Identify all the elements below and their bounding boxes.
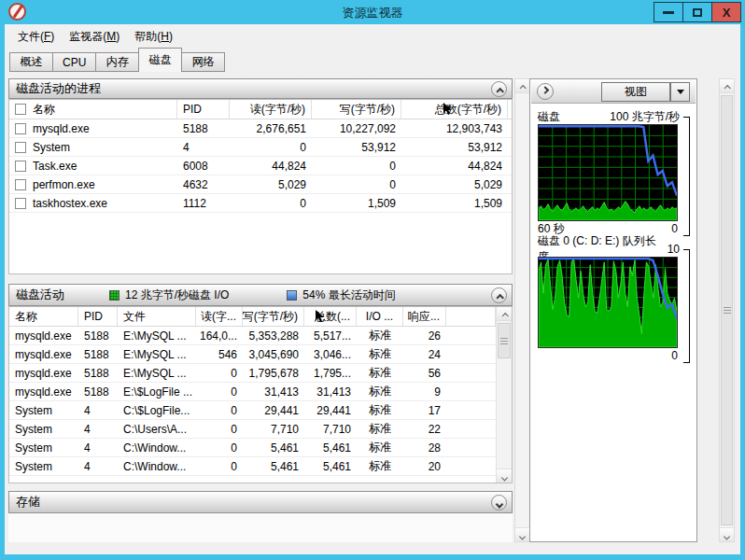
column-header-write[interactable]: 写(字节/秒): [312, 100, 401, 119]
chart-plot-area: [538, 124, 678, 221]
activity-file: C:\$LogFile...: [118, 401, 196, 419]
table-row[interactable]: mysqld.exe 5188 E:\MySQL ... 546 3,045,6…: [9, 345, 496, 364]
collapse-button[interactable]: [491, 81, 507, 97]
chevron-down-icon: [500, 474, 507, 481]
section-header-disk-processes[interactable]: 磁盘活动的进程: [8, 78, 513, 99]
column-header-name[interactable]: 名称: [9, 307, 78, 326]
column-header-io-priority[interactable]: I/O ...: [357, 307, 403, 326]
minimize-button[interactable]: [654, 2, 683, 22]
table-row[interactable]: perfmon.exe 4632 5,029 0 5,029: [9, 175, 512, 194]
column-header-write[interactable]: 写(字节/秒): [243, 307, 304, 326]
window-title: 资源监视器: [0, 5, 745, 21]
disk-activity-table: 名称 PID 文件 读(字... 写(字节/秒) 总数(... I/O ... …: [8, 306, 513, 483]
activity-response-time: 20: [403, 457, 446, 475]
activity-total: 5,461: [304, 439, 357, 456]
row-checkbox[interactable]: [15, 142, 26, 153]
activity-file: E:\$LogFile ...: [118, 383, 196, 400]
column-header-total[interactable]: 总数(字节/秒): [401, 100, 508, 119]
column-header-response[interactable]: 响应...: [403, 307, 446, 326]
tab-memory[interactable]: 内存: [95, 52, 139, 72]
scrollbar-thumb[interactable]: [498, 323, 511, 358]
tab-overview[interactable]: 概述: [9, 52, 53, 72]
close-button[interactable]: X: [711, 2, 741, 22]
table-row[interactable]: System 4 0 53,912 53,912: [9, 138, 512, 157]
section-title: 磁盘活动: [16, 287, 64, 303]
column-header-name[interactable]: 名称: [9, 100, 177, 119]
table-row[interactable]: System 4 C:\Window... 0 5,461 5,461 标准 2…: [9, 457, 496, 476]
table-header-row: 名称 PID 文件 读(字... 写(字节/秒) 总数(... I/O ... …: [9, 307, 496, 327]
minimize-icon: [663, 11, 674, 14]
tab-disk[interactable]: 磁盘: [138, 48, 182, 72]
row-checkbox[interactable]: [15, 161, 26, 172]
row-checkbox[interactable]: [15, 123, 26, 134]
left-panel-scrollbar[interactable]: [514, 78, 530, 542]
maximize-icon: [693, 8, 702, 17]
storage-section-body: [8, 513, 513, 542]
scroll-down-button[interactable]: [497, 469, 512, 483]
collapse-button[interactable]: [491, 287, 507, 303]
process-write: 53,912: [312, 138, 401, 156]
activity-name: System: [9, 401, 78, 419]
menu-monitor[interactable]: 监视器(M): [62, 26, 127, 48]
activity-pid: 5188: [78, 345, 118, 363]
column-header-total[interactable]: 总数(...: [304, 307, 357, 326]
process-name: taskhostex.exe: [33, 197, 107, 210]
scroll-up-button[interactable]: [497, 307, 512, 321]
window-scrollbar[interactable]: [719, 78, 735, 542]
section-header-storage[interactable]: 存储: [8, 491, 513, 513]
column-header-read[interactable]: 读(字节/秒): [230, 100, 312, 119]
section-header-disk-activity[interactable]: 磁盘活动 12 兆字节/秒磁盘 I/O 54% 最长活动时间: [8, 284, 513, 306]
table-row[interactable]: mysqld.exe 5188 2,676,651 10,227,092 12,…: [9, 119, 512, 138]
process-write: 1,509: [312, 194, 401, 212]
tab-strip: 概述 CPU 内存 磁盘 网络: [5, 48, 740, 72]
process-pid: 6008: [177, 157, 230, 175]
table-row[interactable]: mysqld.exe 5188 E:\$LogFile ... 0 31,413…: [9, 383, 496, 401]
chevron-up-icon: [501, 313, 508, 319]
resource-monitor-window: 资源监视器 X 文件(F) 监视器(M) 帮助(H) 概述 CPU 内存 磁盘 …: [0, 0, 745, 560]
panel-collapse-button[interactable]: [537, 83, 554, 100]
table-row[interactable]: mysqld.exe 5188 E:\MySQL ... 0 1,795,678…: [9, 364, 496, 383]
scroll-up-button[interactable]: [720, 79, 734, 93]
column-header-read[interactable]: 读(字...: [196, 307, 243, 326]
select-all-checkbox[interactable]: [15, 104, 26, 115]
tab-cpu[interactable]: CPU: [52, 52, 96, 72]
column-header-file[interactable]: 文件: [118, 307, 196, 326]
chevron-up-icon: [496, 87, 503, 94]
process-pid: 5188: [177, 119, 230, 137]
scroll-down-button[interactable]: [515, 527, 529, 541]
process-write: 0: [312, 157, 401, 175]
view-dropdown-button[interactable]: [670, 82, 690, 102]
table-scrollbar[interactable]: [496, 307, 512, 483]
chart-plot-area: [538, 257, 678, 348]
menu-help[interactable]: 帮助(H): [127, 26, 180, 48]
column-header-pid[interactable]: PID: [177, 100, 230, 119]
row-checkbox[interactable]: [15, 198, 26, 209]
table-row[interactable]: mysqld.exe 5188 E:\MySQL ... 164,0... 5,…: [9, 327, 496, 345]
maximize-button[interactable]: [682, 2, 712, 22]
expand-button[interactable]: [491, 495, 507, 511]
tab-network[interactable]: 网络: [181, 52, 225, 72]
row-checkbox[interactable]: [15, 179, 26, 190]
process-total: 53,912: [401, 138, 508, 156]
chevron-down-icon: [724, 533, 730, 539]
process-write: 10,227,092: [312, 119, 401, 137]
table-row[interactable]: Task.exe 6008 44,824 0 44,824: [9, 157, 512, 175]
activity-file: C:\Window...: [118, 457, 196, 475]
activity-pid: 4: [78, 439, 118, 456]
menu-file[interactable]: 文件(F): [10, 26, 62, 48]
scroll-up-button[interactable]: [515, 79, 529, 93]
scroll-down-button[interactable]: [720, 527, 734, 541]
process-total: 1,509: [401, 194, 508, 212]
table-row[interactable]: System 4 C:\Users\A... 0 7,710 7,710 标准 …: [9, 420, 496, 439]
activity-io-priority: 标准: [357, 383, 403, 400]
disk-processes-table: 名称 PID 读(字节/秒) 写(字节/秒) 总数(字节/秒) mysqld.e…: [8, 99, 513, 274]
process-total: 12,903,743: [401, 119, 508, 137]
activity-pid: 4: [78, 457, 118, 475]
view-button[interactable]: 视图: [601, 82, 670, 102]
activity-io-priority: 标准: [357, 457, 403, 475]
scrollbar-thumb[interactable]: [721, 95, 733, 525]
table-row[interactable]: System 4 C:\Window... 0 5,461 5,461 标准 2…: [9, 439, 496, 457]
table-row[interactable]: System 4 C:\$LogFile... 0 29,441 29,441 …: [9, 401, 496, 420]
column-header-pid[interactable]: PID: [78, 307, 118, 326]
table-row[interactable]: taskhostex.exe 1112 0 1,509 1,509: [9, 194, 512, 213]
